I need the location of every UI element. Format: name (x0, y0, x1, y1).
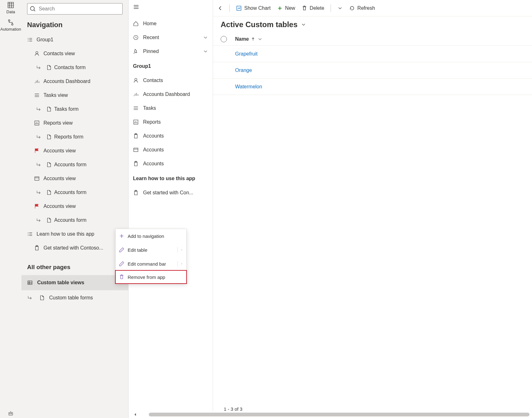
app-nav-learn-heading: Learn how to use this app (129, 173, 213, 184)
svg-point-5 (9, 20, 10, 21)
ctx-edit-table[interactable]: Edit table (116, 243, 186, 257)
app-nav-accounts-2[interactable]: Accounts (129, 143, 213, 157)
table-row[interactable]: Grapefruit (213, 46, 532, 62)
ctx-edit-command-bar[interactable]: Edit command bar (116, 257, 186, 271)
refresh-button[interactable]: Refresh (349, 5, 375, 11)
list-icon (133, 105, 139, 111)
flag-icon (34, 203, 40, 209)
svg-rect-64 (134, 148, 138, 151)
nav-reports-form[interactable]: Reports form (25, 130, 128, 144)
delete-button[interactable]: Delete (302, 5, 324, 11)
app-nav-reports[interactable]: Reports (129, 115, 213, 129)
person-icon (34, 51, 40, 56)
nav-custom-table-views[interactable]: Custom table views ··· (21, 275, 128, 290)
nav-learn-group[interactable]: Learn how to use this app (25, 227, 128, 241)
rail-bot-button[interactable] (0, 410, 21, 417)
record-link[interactable]: Grapefruit (235, 51, 257, 57)
svg-point-6 (12, 24, 13, 25)
nav-accounts-view-3[interactable]: Accounts view (25, 199, 128, 213)
menu-icon (133, 4, 139, 10)
scroll-left-arrow-icon[interactable] (132, 412, 138, 417)
select-all-checkbox[interactable] (221, 36, 227, 42)
table-row[interactable]: Orange (213, 62, 532, 79)
subflow-icon (36, 106, 42, 112)
table-row[interactable]: Watermelon (213, 79, 532, 95)
app-nav-recent[interactable]: Recent (129, 31, 213, 44)
show-chart-button[interactable]: Show Chart (236, 5, 271, 11)
nav-accounts-form-1[interactable]: Accounts form (25, 158, 128, 172)
list-icon (34, 92, 40, 98)
delete-dropdown[interactable] (337, 5, 343, 11)
rail-data-label: Data (6, 9, 15, 14)
app-nav-accounts-dashboard[interactable]: Accounts Dashboard (129, 87, 213, 101)
person-icon (133, 78, 139, 83)
page-icon (39, 295, 45, 301)
svg-rect-70 (237, 6, 241, 10)
pencil-icon (119, 247, 124, 253)
pencil-icon (119, 261, 124, 267)
back-button[interactable] (217, 5, 223, 11)
plus-icon (119, 233, 124, 239)
svg-rect-7 (9, 412, 13, 415)
svg-rect-68 (135, 191, 137, 195)
grid-header: Name (213, 29, 532, 46)
record-link[interactable]: Watermelon (235, 84, 262, 90)
nav-accounts-dashboard[interactable]: Accounts Dashboard (25, 74, 128, 88)
new-button[interactable]: New (277, 5, 295, 11)
window-icon (34, 176, 40, 181)
page-icon (46, 106, 52, 112)
app-nav-accounts-1[interactable]: Accounts (129, 129, 213, 143)
subflow-icon (27, 295, 33, 301)
nav-accounts-form-3[interactable]: Accounts form (25, 213, 128, 227)
navigation-title: Navigation (21, 15, 128, 33)
dashboard-icon (34, 79, 40, 84)
app-nav-accounts-3[interactable]: Accounts (129, 157, 213, 171)
nav-tasks-view[interactable]: Tasks view (25, 88, 128, 102)
svg-rect-41 (28, 281, 32, 284)
clipboard-icon (133, 133, 139, 139)
rail-automation[interactable]: Automation (0, 19, 21, 32)
ctx-add-to-navigation[interactable]: Add to navigation (116, 229, 186, 243)
chevron-down-icon[interactable] (301, 22, 306, 27)
app-nav-get-started[interactable]: Get started with Con... (129, 186, 213, 200)
nav-reports-view[interactable]: Reports view (25, 116, 128, 130)
nav-group1[interactable]: Group1 (25, 33, 128, 47)
subflow-icon (36, 65, 42, 70)
view-title: Active Custom tables (221, 20, 298, 29)
page-icon (46, 162, 52, 168)
page-icon (46, 65, 52, 70)
scrollbar-thumb[interactable] (149, 413, 529, 416)
clock-icon (133, 35, 139, 40)
app-nav-home[interactable]: Home (129, 17, 213, 31)
nav-accounts-form-2[interactable]: Accounts form (25, 185, 128, 199)
plus-icon (277, 5, 283, 11)
list-icon (27, 231, 33, 237)
app-nav-contacts[interactable]: Contacts (129, 74, 213, 87)
hamburger-button[interactable] (129, 0, 213, 15)
nav-tasks-form[interactable]: Tasks form (25, 102, 128, 116)
app-nav-pinned[interactable]: Pinned (129, 44, 213, 58)
nav-custom-table-forms[interactable]: Custom table forms (21, 290, 128, 305)
search-input[interactable] (27, 3, 123, 15)
trash-icon (119, 274, 124, 280)
nav-accounts-view-2[interactable]: Accounts view (25, 172, 128, 185)
command-bar: Show Chart New Delete Refresh (213, 0, 532, 16)
all-other-pages-heading: All other pages (21, 255, 128, 275)
nav-contacts-form[interactable]: Contacts form (25, 61, 128, 74)
record-link[interactable]: Orange (235, 68, 252, 73)
nav-get-started[interactable]: Get started with Contoso... (25, 241, 128, 255)
list-icon (27, 37, 33, 43)
page-icon (46, 190, 52, 195)
nav-contacts-view[interactable]: Contacts view (25, 47, 128, 61)
table-grid-icon (8, 2, 14, 8)
rail-data[interactable]: Data (0, 2, 21, 14)
horizontal-scrollbar[interactable] (130, 411, 532, 418)
column-header-name[interactable]: Name (235, 36, 263, 42)
bar-chart-icon (133, 119, 139, 125)
home-icon (133, 21, 139, 26)
ctx-remove-from-app[interactable]: Remove from app (115, 270, 187, 284)
rail-automation-label: Automation (0, 27, 21, 32)
app-nav-tasks[interactable]: Tasks (129, 101, 213, 115)
flag-icon (34, 148, 40, 154)
nav-accounts-view-1[interactable]: Accounts view (25, 144, 128, 158)
